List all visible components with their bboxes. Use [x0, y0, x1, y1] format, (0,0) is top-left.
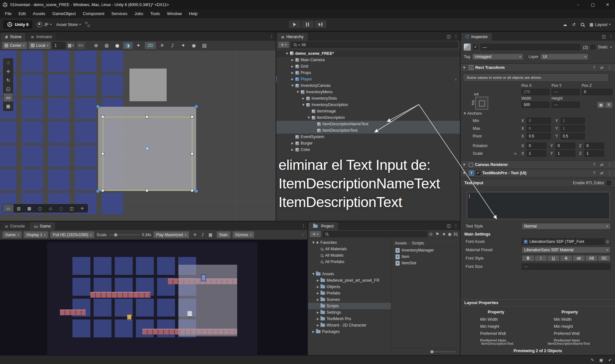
hierarchy-row-itemimage[interactable]: ItemImage [276, 108, 460, 114]
camera-menu-icon[interactable]: ▤ [200, 42, 209, 49]
search-by-type-icon[interactable]: ⊙ [429, 232, 433, 236]
add-gameobject-button[interactable]: + ▾ [278, 42, 289, 48]
project-folder-scripts[interactable]: Scripts [308, 303, 391, 309]
text-input-textarea[interactable] [467, 192, 610, 219]
panel-menu-icon[interactable]: ⋮ [270, 34, 274, 39]
foldout-closed-icon[interactable]: ▶ [290, 58, 295, 62]
active-checkbox[interactable] [473, 45, 478, 49]
tab-inspector[interactable]: ⓘ Inspector [461, 33, 492, 41]
foldout-open-icon[interactable]: ▼ [295, 90, 300, 94]
pivot-y-field[interactable]: 0.5 [561, 133, 585, 139]
step-button[interactable] [314, 20, 327, 29]
asset-store-dropdown[interactable]: Asset Store ▾ [56, 22, 81, 27]
edge-handle[interactable] [191, 115, 194, 118]
circle-overlay-icon[interactable]: ○ [35, 204, 45, 212]
tab-hierarchy[interactable]: ≡ Hierarchy [277, 33, 308, 41]
foldout-closed-icon[interactable]: ▶ [316, 317, 320, 320]
render-mode-icon[interactable]: ◑ [123, 42, 133, 49]
project-folder-assets[interactable]: ▼Assets [308, 271, 391, 277]
aspect-grid-icon[interactable]: ▦ [207, 232, 214, 237]
view-tool-button[interactable]: ☝ [4, 59, 13, 67]
resolution-dropdown[interactable]: Full HD (1920x1080)▾ [50, 231, 94, 238]
rotation-x-field[interactable]: 0 [527, 143, 546, 149]
anchors-min-y-field[interactable]: 1 [561, 118, 585, 124]
edge-handle[interactable] [145, 115, 148, 118]
presets-icon[interactable]: ⇄ [599, 171, 605, 175]
corner-handle[interactable] [195, 105, 198, 108]
menu-window[interactable]: Window [163, 10, 185, 17]
foldout-closed-icon[interactable]: ▶ [316, 311, 320, 314]
tab-console[interactable]: ≡ Console [1, 222, 29, 230]
text-style-dropdown[interactable]: Normal▾ [522, 223, 611, 229]
scale-slider-knob[interactable] [114, 233, 117, 236]
cloud-icon[interactable]: ☁ [563, 22, 567, 27]
text-input-subheader[interactable]: Text Input Enable RTL Editor [461, 179, 615, 187]
scale-y-field[interactable]: 1 [555, 150, 575, 157]
scale-z-field[interactable]: 1 [584, 150, 604, 157]
breadcrumb-assets[interactable]: Assets [395, 241, 407, 245]
hierarchy-row-props[interactable]: ▶Props [276, 70, 460, 76]
panel-menu-icon[interactable]: ⋮ [454, 34, 458, 39]
hierarchy-row-inventoryslots[interactable]: ▶InventorySlots [276, 95, 460, 102]
chevron-down-icon[interactable]: ▾ [610, 46, 612, 49]
dock-icon[interactable]: ◫ [447, 34, 451, 39]
hierarchy-row-inventorydescription[interactable]: ▼InventoryDescription [276, 102, 460, 108]
layer-dropdown[interactable]: UI▾ [540, 54, 588, 60]
eye-icon[interactable]: ◉ [448, 232, 451, 236]
edge-handle[interactable] [101, 152, 104, 155]
search-by-label-icon[interactable]: ⚑ [436, 232, 439, 236]
pos-y-field[interactable]: — [552, 89, 580, 95]
font-style-sc-button[interactable]: SC [598, 255, 611, 261]
project-folder-all-materials[interactable]: All Materials [308, 246, 391, 252]
gizmos-dropdown[interactable]: Gizmos▾ [233, 231, 254, 238]
version-control-icon[interactable] [85, 22, 90, 27]
grid-visual-dropdown[interactable]: ▦▾ [67, 42, 75, 49]
foldout-closed-icon[interactable]: ▶ [316, 285, 320, 288]
project-folder-prefabs[interactable]: ▶Prefabs [308, 290, 391, 296]
foldout-closed-icon[interactable]: ▶ [316, 324, 320, 327]
tab-animator[interactable]: ≋ Animator [27, 33, 56, 41]
project-folder-scenes[interactable]: ▶Scenes [308, 296, 391, 303]
tool-handle-pivot-dropdown[interactable]: Center ▾ [2, 42, 27, 49]
edge-handle[interactable] [191, 152, 194, 155]
foldout-closed-icon[interactable]: ▶ [301, 97, 306, 100]
scale-x-field[interactable]: 1 [527, 150, 546, 157]
foldout-open-icon[interactable]: ▼ [285, 52, 289, 55]
edge-handle[interactable] [145, 189, 148, 192]
tmp-text-header[interactable]: ▼ T TextMeshPro - Text (UI) ? ⇄ ⋮ [461, 169, 615, 177]
canvas-renderer-header[interactable]: ▼ Canvas Renderer ? ⇄ ⋮ [461, 161, 615, 169]
rect-transform-header[interactable]: ▼ Rect Transform ? ⇄ ⋮ [461, 63, 615, 72]
mute-audio-icon[interactable]: ♪ [199, 232, 207, 237]
foldout-open-icon[interactable]: ▼ [290, 84, 295, 87]
font-style-ab-button[interactable]: AB [585, 255, 598, 261]
effects-dropdown-icon[interactable]: ✦ [134, 42, 143, 49]
font-style-u-button[interactable]: U [547, 255, 560, 261]
hierarchy-search-input[interactable]: ▾ All [291, 42, 458, 48]
anchors-max-x-field[interactable]: 0 [527, 125, 551, 132]
menu-tools[interactable]: Tools [147, 10, 163, 17]
foldout-closed-icon[interactable]: ▶ [316, 292, 320, 295]
maximize-button[interactable]: ▢ [586, 0, 600, 9]
tab-scene[interactable]: # Scene [1, 33, 26, 41]
project-folder-textmesh-pro[interactable]: ▶TextMesh Pro [308, 316, 391, 322]
hierarchy-row-itemdescriptiontext[interactable]: ItemDescriptionText [276, 127, 460, 134]
rotate-tool-button[interactable]: ↻ [4, 76, 13, 85]
foldout-closed-icon[interactable]: ▶ [290, 78, 295, 81]
game-view-dropdown[interactable]: Game▾ [3, 231, 21, 238]
presets-icon[interactable]: ⇄ [599, 65, 605, 70]
menu-file[interactable]: File [1, 10, 15, 17]
project-file-itemslot[interactable]: #ItemSlot [392, 260, 460, 266]
close-button[interactable]: ✕ [600, 0, 615, 9]
pause-button[interactable] [301, 20, 314, 29]
scale-slider[interactable] [109, 235, 140, 235]
unity-version-badge[interactable]: Unity 6 [3, 20, 32, 29]
hierarchy-row-main-camera[interactable]: ▶Main Camera [276, 57, 460, 63]
layers-overlay-icon[interactable]: ◫ [66, 204, 77, 212]
project-folder-favorites[interactable]: ▼★Favorites [308, 239, 391, 246]
lighting-icon[interactable]: ☀ [157, 42, 167, 49]
hierarchy-row-itemdescriptionnametext[interactable]: ItemDescriptionNameText [276, 121, 460, 127]
display-dropdown[interactable]: Display 1▾ [24, 231, 48, 238]
foldout-open-icon[interactable]: ▼ [301, 103, 306, 106]
grid-overlay-icon[interactable]: ▦ [24, 204, 35, 212]
move-overlay-icon[interactable]: ✛ [77, 204, 87, 212]
